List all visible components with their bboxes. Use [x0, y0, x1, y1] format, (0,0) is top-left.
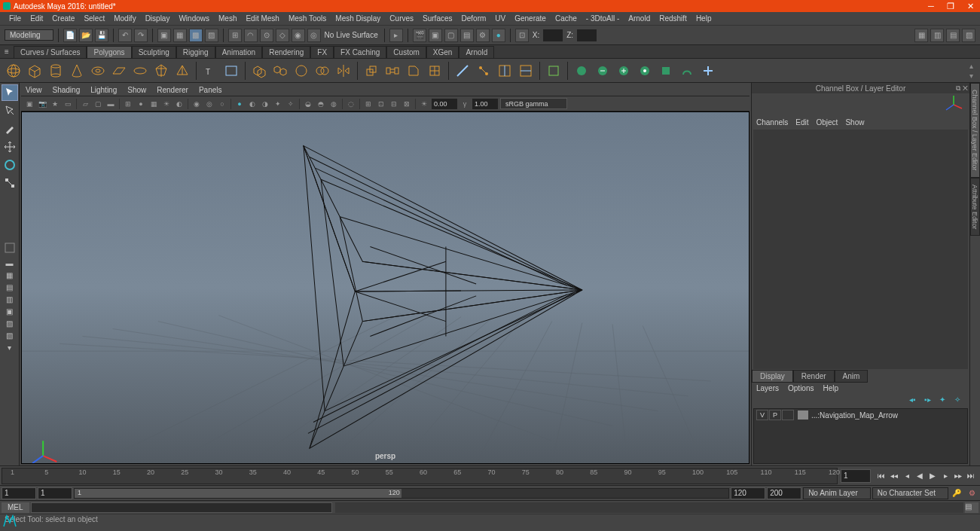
move-tool[interactable] — [2, 139, 18, 155]
colorspace-dropdown[interactable]: sRGB gamma — [500, 98, 567, 109]
anim-end-input[interactable]: 200 — [767, 487, 801, 499]
set-key-button[interactable]: ⚙ — [965, 487, 978, 499]
gate-mask-icon[interactable]: ▬ — [105, 99, 116, 109]
open-scene-button[interactable]: 📂 — [79, 29, 93, 42]
sculpt-2-button[interactable] — [594, 62, 612, 80]
auto-key-button[interactable]: 🔑 — [950, 487, 963, 499]
minimize-button[interactable]: ─ — [921, 0, 941, 12]
move-layer-up-icon[interactable]: ◂▪ — [909, 395, 920, 404]
shelf-tab-sculpting[interactable]: Sculpting — [132, 46, 176, 58]
shelf-tab-fx[interactable]: FX — [310, 46, 334, 58]
new-layer-from-selected-icon[interactable]: ✧ — [954, 395, 965, 404]
boolean-button[interactable] — [313, 62, 331, 80]
cv-icon[interactable]: ⊡ — [376, 99, 386, 109]
smooth-button[interactable] — [292, 62, 310, 80]
panel-menu-show[interactable]: Show — [127, 86, 146, 94]
ch-menu-channels[interactable]: Channels — [756, 118, 788, 127]
anim-layer-dropdown[interactable]: No Anim Layer — [803, 487, 871, 499]
sculpt-4-button[interactable] — [636, 62, 654, 80]
new-scene-button[interactable]: 📄 — [63, 29, 77, 42]
layout-four-button[interactable]: ▦ — [3, 270, 17, 280]
append-button[interactable] — [426, 62, 444, 80]
layout-2-button[interactable]: ▥ — [930, 29, 944, 42]
command-lang-label[interactable]: MEL — [2, 502, 29, 513]
redo-button[interactable]: ↷ — [134, 29, 148, 42]
shelf-tab-fxcaching[interactable]: FX Caching — [334, 46, 386, 58]
layout-two-v-button[interactable]: ▥ — [3, 294, 17, 304]
bookmark-icon[interactable]: ★ — [50, 99, 60, 109]
ipr-button[interactable]: ▣ — [429, 29, 442, 42]
shelf-tab-curves[interactable]: Curves / Surfaces — [14, 46, 87, 58]
bridge-button[interactable] — [383, 62, 401, 80]
sculpt-6-button[interactable] — [678, 62, 696, 80]
shelf-tab-animation[interactable]: Animation — [215, 46, 262, 58]
poly-platonic-button[interactable] — [152, 62, 170, 80]
poly-sphere-button[interactable] — [5, 62, 23, 80]
resolution-gate-icon[interactable]: ▢ — [93, 99, 103, 109]
menu-windows[interactable]: Windows — [174, 14, 214, 23]
z-input[interactable] — [577, 29, 597, 41]
undo-button[interactable]: ↶ — [118, 29, 132, 42]
menu-surfaces[interactable]: Surfaces — [418, 14, 456, 23]
snap-point-button[interactable]: ⊙ — [260, 29, 273, 42]
layout-4-button[interactable]: ▧ — [962, 29, 975, 42]
step-forward-button[interactable]: ▸ — [939, 470, 951, 482]
sculpt-5-button[interactable] — [657, 62, 675, 80]
hulls-icon[interactable]: ⊟ — [389, 99, 399, 109]
maximize-button[interactable]: ❐ — [941, 0, 960, 12]
vtab-attribute-editor[interactable]: Attribute Editor — [970, 178, 980, 237]
render-settings-button[interactable]: ⚙ — [476, 29, 490, 42]
isolate-icon[interactable]: ◉ — [191, 99, 202, 109]
menu-meshtools[interactable]: Mesh Tools — [284, 14, 331, 23]
shelf-tab-rigging[interactable]: Rigging — [176, 46, 215, 58]
motion-blur-icon[interactable]: ◓ — [316, 99, 326, 109]
shelf-scroll-arrows[interactable]: ▴▾ — [969, 59, 978, 83]
menu-edit[interactable]: Edit — [26, 14, 47, 23]
panel-menu-lighting[interactable]: Lighting — [90, 86, 117, 94]
viewport[interactable]: persp — [21, 111, 750, 464]
lights-icon[interactable]: ☀ — [161, 99, 172, 109]
menu-arnold[interactable]: Arnold — [624, 14, 655, 23]
move-layer-down-icon[interactable]: ▪▸ — [924, 395, 935, 404]
poly-cone-button[interactable] — [68, 62, 86, 80]
select-multi-button[interactable]: ▨ — [205, 29, 218, 42]
lasso-tool[interactable] — [2, 102, 18, 119]
xyz-toggle-button[interactable]: ⊡ — [515, 29, 529, 42]
panel-menu-renderer[interactable]: Renderer — [157, 86, 188, 94]
rotate-tool[interactable] — [2, 157, 18, 173]
paint-tool[interactable] — [2, 121, 18, 137]
sculpt-1-button[interactable] — [572, 62, 591, 80]
snap-plane-button[interactable]: ◇ — [276, 29, 289, 42]
shelf-tab-polygons[interactable]: Polygons — [87, 46, 131, 58]
light3-icon[interactable]: ◑ — [260, 99, 270, 109]
snap-grid-button[interactable]: ⊞ — [228, 29, 242, 42]
select-hierarchy-button[interactable]: ▣ — [157, 29, 171, 42]
shelf-tab-custom[interactable]: Custom — [386, 46, 426, 58]
tab-display[interactable]: Display — [752, 370, 793, 383]
ao-icon[interactable]: ◒ — [303, 99, 313, 109]
quad-draw-button[interactable] — [545, 62, 563, 80]
current-frame-input[interactable]: 1 — [841, 469, 871, 483]
command-input[interactable] — [31, 502, 332, 513]
poly-cylinder-button[interactable] — [47, 62, 65, 80]
exposure-icon[interactable]: ☀ — [419, 99, 429, 109]
layout-graph-button[interactable]: ▧ — [3, 330, 17, 340]
playback-end-input[interactable]: 120 — [731, 487, 765, 499]
snap-curve-button[interactable]: ◠ — [244, 29, 258, 42]
snap-surface-button[interactable]: ◉ — [292, 29, 305, 42]
go-start-button[interactable]: ⏮ — [875, 470, 887, 482]
poly-plane-button[interactable] — [110, 62, 128, 80]
tab-anim[interactable]: Anim — [835, 370, 869, 383]
target-weld-button[interactable] — [475, 62, 493, 80]
x-input[interactable] — [543, 29, 563, 41]
separate-button[interactable] — [271, 62, 289, 80]
render-button[interactable]: 🎬 — [413, 29, 426, 42]
menu-cache[interactable]: Cache — [551, 14, 582, 23]
last-tool[interactable] — [2, 240, 18, 256]
play-back-button[interactable]: ◀ — [914, 470, 926, 482]
light4-icon[interactable]: ✦ — [273, 99, 283, 109]
combine-button[interactable] — [250, 62, 268, 80]
joints-icon[interactable]: ⊠ — [401, 99, 412, 109]
anim-start-input[interactable]: 1 — [2, 487, 36, 499]
menu-uv[interactable]: UV — [490, 14, 510, 23]
